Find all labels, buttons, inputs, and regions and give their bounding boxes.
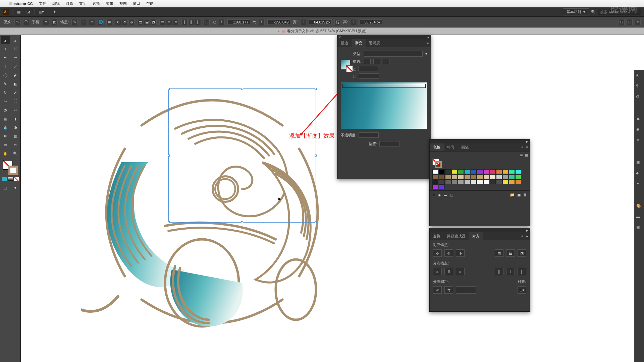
brushes-dock-icon[interactable]: ♣ <box>636 171 642 177</box>
grid-view-icon[interactable]: ▦ <box>525 153 528 157</box>
gradient-tool[interactable]: ▮ <box>11 115 20 123</box>
stepper-icon[interactable]: ⁞ <box>219 19 225 25</box>
stroke-grad-mode2[interactable] <box>373 59 380 64</box>
dist-v2-icon[interactable]: ‖ <box>188 19 194 25</box>
swatch[interactable] <box>490 179 496 184</box>
swatch[interactable] <box>477 179 483 184</box>
scale-tool[interactable]: ⤢ <box>11 88 20 97</box>
free-transform-tool[interactable]: ⛶ <box>11 97 20 105</box>
ellipse-tool[interactable]: ◯ <box>1 71 10 79</box>
swatch[interactable] <box>471 169 477 174</box>
swatch[interactable] <box>515 169 521 174</box>
new-folder-icon[interactable]: 📁 <box>510 193 515 197</box>
tab-swatches[interactable]: 色板 <box>430 143 444 151</box>
appearance-panel-icon[interactable]: ◉ <box>636 127 642 133</box>
line-tool[interactable]: ／ <box>11 62 20 70</box>
character-panel-icon[interactable]: A <box>636 73 642 79</box>
dist-spacing-h-button[interactable]: ⇆ <box>444 286 453 294</box>
swatch[interactable] <box>471 179 477 184</box>
close-tab-icon[interactable]: × <box>277 29 279 33</box>
corner-icon[interactable]: ✎ <box>71 19 77 25</box>
show-kinds-icon[interactable]: ◈ <box>438 193 441 197</box>
stepper-icon[interactable]: ⁞ <box>300 19 306 25</box>
gradient-type-select[interactable] <box>364 51 423 57</box>
align-to-button[interactable]: ⊡▾ <box>518 286 526 294</box>
menu-window[interactable]: 窗口 <box>133 1 140 6</box>
angle-input[interactable] <box>358 66 378 71</box>
dist-left-button[interactable]: ‖ <box>495 268 503 275</box>
gradient-panel[interactable]: ×« 描边 渐变 透明度 ≡ 类型:▾ 描边: △ ⬚ <box>337 35 431 179</box>
stroke-grad-mode3[interactable] <box>383 59 389 64</box>
menu-file[interactable]: 文件 <box>39 1 46 6</box>
swatch[interactable] <box>464 169 470 174</box>
menu-edit[interactable]: 编辑 <box>52 1 60 6</box>
menu-help[interactable]: 帮助 <box>146 1 154 6</box>
type-tool[interactable]: T <box>1 62 10 70</box>
dist-bottom-button[interactable]: ≡ <box>456 268 465 275</box>
gradient-preview[interactable] <box>341 82 427 129</box>
dist-h3-icon[interactable]: ≣ <box>173 19 179 25</box>
globe-icon[interactable]: 🌐 <box>98 19 104 25</box>
shaper-tool[interactable]: ✎ <box>1 80 10 88</box>
search-input[interactable] <box>598 9 641 15</box>
swatch[interactable] <box>458 169 464 174</box>
swatch[interactable] <box>490 174 496 179</box>
position-input[interactable] <box>379 141 399 146</box>
tab-align[interactable]: 对齐 <box>469 232 483 240</box>
blend-tool[interactable]: ◑ <box>11 123 20 131</box>
gradient-stroke-swatch[interactable] <box>346 65 353 72</box>
dist-vcenter-button[interactable]: ≣ <box>444 268 453 275</box>
gpu-icon[interactable]: ✦ <box>51 9 57 15</box>
swatch[interactable] <box>471 174 477 179</box>
hand-tool[interactable]: ✋ <box>1 149 10 158</box>
tab-symbols[interactable]: 符号 <box>444 143 458 151</box>
swatch[interactable] <box>515 174 521 179</box>
dist-h1-icon[interactable]: ≣ <box>159 19 165 25</box>
panel-menu-icon[interactable]: ≡ <box>525 143 530 151</box>
menu-view[interactable]: 视图 <box>119 1 127 6</box>
swatch[interactable] <box>445 179 451 184</box>
app-name[interactable]: Illustrator CC <box>9 2 33 6</box>
tab-stroke[interactable]: 描边 <box>337 39 352 47</box>
swatch[interactable] <box>496 174 502 179</box>
align-vcenter-icon[interactable]: ⬓ <box>144 19 150 25</box>
align-panel[interactable]: ▸ 变换 路径查找器 对齐 » ≡ 对齐锚点: ⬖ ⬘ ⬗ ⬒ ⬓ ⬔ 分布锚点… <box>429 228 530 312</box>
swatch[interactable] <box>464 179 470 184</box>
tab-pathfinder[interactable]: 路径查找器 <box>444 232 469 240</box>
screen-mode-normal[interactable]: ▢ <box>1 184 10 192</box>
spacing-input[interactable] <box>456 286 476 294</box>
align-left-button[interactable]: ⬖ <box>433 249 442 257</box>
y-input[interactable]: -296.049 <box>267 19 290 25</box>
menu-object[interactable]: 对象 <box>66 1 73 6</box>
align-top-button[interactable]: ⬒ <box>495 249 503 257</box>
swatch[interactable] <box>477 174 483 179</box>
swatch[interactable] <box>502 174 508 179</box>
pen-tool[interactable]: ✒ <box>1 54 10 62</box>
swatch[interactable] <box>464 174 470 179</box>
swatch[interactable] <box>451 169 458 174</box>
paragraph-panel-icon[interactable]: ¶ <box>636 84 642 90</box>
swatch[interactable] <box>439 169 445 174</box>
gradient-dock-icon[interactable]: ▤ <box>636 225 642 231</box>
swatch[interactable] <box>502 179 508 184</box>
fill-stroke-control[interactable] <box>3 160 18 175</box>
list-view-icon[interactable]: ≣ <box>520 153 523 157</box>
eyedropper-tool[interactable]: 💧 <box>1 123 10 131</box>
snap-icon[interactable]: ⊞ <box>106 19 112 25</box>
gradient-mode-swatch[interactable] <box>8 177 13 181</box>
none-mode-swatch[interactable] <box>14 177 19 181</box>
width-tool[interactable]: ⇔ <box>1 97 10 105</box>
dist-v3-icon[interactable]: ‖ <box>195 19 201 25</box>
menu-select[interactable]: 选择 <box>93 1 100 6</box>
swatch[interactable] <box>515 179 521 184</box>
screen-mode-toggle[interactable]: ▾ <box>11 184 20 192</box>
dist-hcenter-button[interactable]: ⦀ <box>506 268 515 275</box>
panel-collapse-icon[interactable]: ▸ <box>526 228 528 233</box>
swatch[interactable] <box>432 184 438 189</box>
swatch[interactable] <box>490 169 496 174</box>
swatches-dock-icon[interactable]: ▦ <box>636 160 642 166</box>
swatch[interactable] <box>509 169 515 174</box>
stock-icon[interactable]: St <box>25 9 31 15</box>
align-right-button[interactable]: ⬗ <box>456 249 465 257</box>
new-group-icon[interactable]: ▢ <box>450 193 453 197</box>
